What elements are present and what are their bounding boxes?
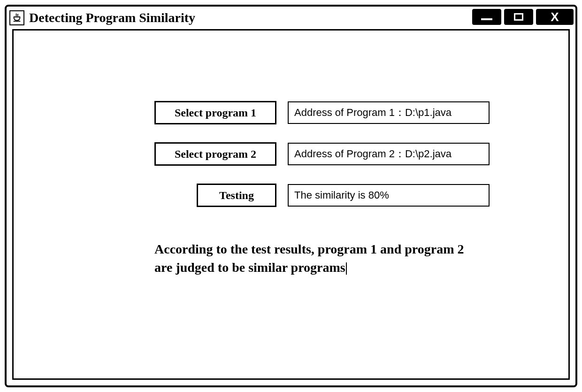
result-message: According to the test results, program 1…	[154, 240, 474, 277]
title-bar: Detecting Program Similarity X	[5, 5, 577, 27]
maximize-button[interactable]	[504, 9, 533, 25]
close-icon: X	[551, 10, 559, 24]
select-program-2-button[interactable]: Select program 2	[154, 142, 276, 166]
window-controls: X	[472, 9, 577, 25]
application-window: Detecting Program Similarity X Select pr…	[5, 5, 577, 387]
window-title: Detecting Program Similarity	[29, 10, 195, 25]
similarity-output-field: The similarity is 80%	[288, 184, 490, 207]
program-2-path-field[interactable]: Address of Program 2：D:\p2.java	[288, 143, 490, 165]
java-cup-icon	[9, 10, 24, 25]
minimize-icon	[481, 18, 492, 20]
form-area: Select program 1 Address of Program 1：D:…	[14, 31, 568, 277]
result-text: According to the test results, program 1…	[154, 242, 464, 275]
minimize-button[interactable]	[472, 9, 501, 25]
program1-row: Select program 1 Address of Program 1：D:…	[154, 101, 503, 124]
maximize-icon	[514, 13, 523, 21]
testing-button[interactable]: Testing	[197, 184, 276, 207]
testing-row: Testing The similarity is 80%	[154, 184, 503, 207]
program2-row: Select program 2 Address of Program 2：D:…	[154, 142, 503, 166]
select-program-1-button[interactable]: Select program 1	[154, 101, 276, 124]
title-bar-left: Detecting Program Similarity	[7, 8, 207, 28]
close-button[interactable]: X	[536, 9, 574, 25]
content-panel: Select program 1 Address of Program 1：D:…	[12, 29, 570, 380]
text-cursor	[346, 262, 347, 275]
program-1-path-field[interactable]: Address of Program 1：D:\p1.java	[288, 101, 490, 124]
